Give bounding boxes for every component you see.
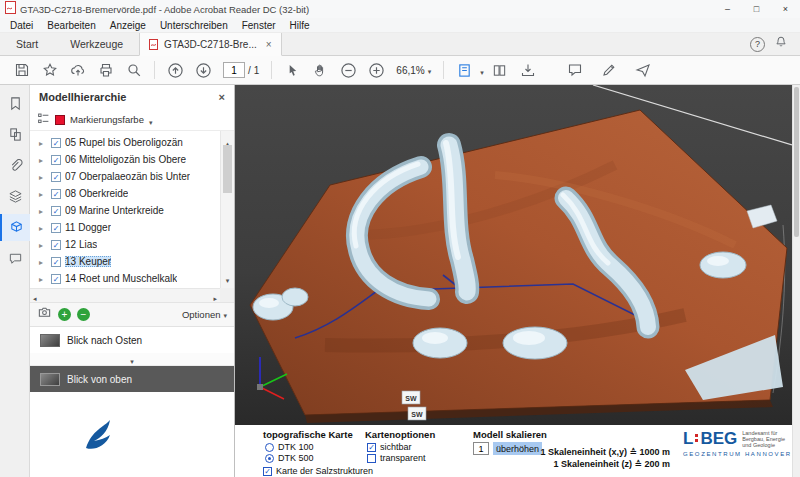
dtk500-radio[interactable] bbox=[265, 454, 274, 463]
toolbar-divider bbox=[271, 61, 272, 79]
close-button[interactable]: × bbox=[771, 0, 800, 18]
tree-row[interactable]: 08 Oberkreide bbox=[30, 185, 220, 202]
previous-page-icon[interactable] bbox=[163, 59, 187, 81]
expander-icon[interactable] bbox=[39, 171, 47, 182]
tree-row[interactable]: 14 Roet und Muschelkalk bbox=[30, 270, 220, 287]
expander-icon[interactable] bbox=[39, 256, 47, 267]
zoom-in-icon[interactable] bbox=[364, 59, 388, 81]
cloud-upload-icon[interactable] bbox=[66, 59, 90, 81]
layer-checkbox[interactable] bbox=[51, 240, 61, 250]
chevron-down-icon[interactable] bbox=[480, 61, 484, 79]
menu-hilfe[interactable]: Hilfe bbox=[283, 20, 317, 31]
notification-bell-icon[interactable] bbox=[774, 35, 788, 53]
menu-bearbeiten[interactable]: Bearbeiten bbox=[40, 20, 102, 31]
chevron-down-icon[interactable] bbox=[149, 111, 153, 129]
menu-datei[interactable]: Datei bbox=[3, 20, 40, 31]
tab-werkzeuge[interactable]: Werkzeuge bbox=[54, 33, 139, 55]
star-icon[interactable] bbox=[38, 59, 62, 81]
tree-vertical-scrollbar[interactable] bbox=[220, 131, 234, 288]
page-number-input[interactable] bbox=[223, 62, 245, 78]
tab-close-icon[interactable]: × bbox=[266, 39, 272, 50]
camera-icon[interactable] bbox=[37, 305, 52, 324]
tab-document[interactable]: GTA3D-C2718-Bre... × bbox=[139, 33, 281, 56]
help-icon[interactable]: ? bbox=[750, 37, 765, 52]
dtk100-radio-row[interactable]: DTK 100 bbox=[265, 442, 314, 452]
view-item-blick-von-oben[interactable]: Blick von oben bbox=[30, 366, 234, 392]
layer-checkbox[interactable] bbox=[51, 274, 61, 284]
layer-checkbox[interactable] bbox=[51, 155, 61, 165]
two-page-view-icon[interactable] bbox=[488, 59, 512, 81]
page-fit-icon[interactable] bbox=[452, 59, 476, 81]
salt-map-checkbox[interactable] bbox=[263, 467, 272, 476]
save-icon[interactable] bbox=[10, 59, 34, 81]
document-scrollbar[interactable] bbox=[792, 85, 800, 477]
expander-icon[interactable] bbox=[39, 239, 47, 250]
salt-map-checkbox-row[interactable]: Karte der Salzstrukturen bbox=[263, 466, 373, 476]
tab-start[interactable]: Start bbox=[0, 33, 54, 55]
options-menu[interactable]: Optionen bbox=[182, 309, 227, 320]
menu-fenster[interactable]: Fenster bbox=[235, 20, 283, 31]
scroll-down-icon[interactable] bbox=[221, 269, 234, 287]
dtk500-radio-row[interactable]: DTK 500 bbox=[265, 453, 314, 463]
3d-model-canvas[interactable]: SW SW bbox=[235, 85, 792, 425]
attachments-panel-icon[interactable] bbox=[0, 152, 30, 179]
tree-row[interactable]: 12 Lias bbox=[30, 236, 220, 253]
tree-row[interactable]: 06 Mitteloligozän bis Obere bbox=[30, 151, 220, 168]
share-send-icon[interactable] bbox=[631, 59, 655, 81]
expander-icon[interactable] bbox=[39, 273, 47, 284]
menu-anzeige[interactable]: Anzeige bbox=[103, 20, 153, 31]
tree-row[interactable]: 11 Dogger bbox=[30, 219, 220, 236]
print-icon[interactable] bbox=[94, 59, 118, 81]
hand-tool-icon[interactable] bbox=[308, 59, 332, 81]
comments-panel-icon[interactable] bbox=[0, 245, 30, 272]
layers-panel-icon[interactable] bbox=[0, 183, 30, 210]
tree-row[interactable]: 07 Oberpalaeozän bis Unter bbox=[30, 168, 220, 185]
add-view-icon[interactable] bbox=[58, 308, 71, 321]
download-tray-icon[interactable] bbox=[516, 59, 540, 81]
panel-close-icon[interactable]: × bbox=[219, 91, 225, 103]
expander-icon[interactable] bbox=[39, 205, 47, 216]
next-page-icon[interactable] bbox=[191, 59, 215, 81]
zoom-out-icon[interactable] bbox=[336, 59, 360, 81]
scroll-right-icon[interactable] bbox=[213, 287, 217, 305]
scrollbar-thumb[interactable] bbox=[794, 87, 799, 237]
marker-color-swatch[interactable] bbox=[55, 115, 65, 125]
tree-horizontal-scrollbar[interactable] bbox=[30, 288, 220, 302]
main-area: Modellhierarchie × Markierungsfarbe 05 R… bbox=[0, 85, 800, 477]
maximize-button[interactable]: □ bbox=[742, 0, 771, 18]
page-thumbnails-panel-icon[interactable] bbox=[0, 121, 30, 148]
dtk100-radio[interactable] bbox=[265, 443, 274, 452]
menu-unterschreiben[interactable]: Unterschreiben bbox=[153, 20, 235, 31]
layer-checkbox[interactable] bbox=[51, 257, 61, 267]
tree-row[interactable]: 05 Rupel bis Oberoligozän bbox=[30, 134, 220, 151]
comment-icon[interactable] bbox=[563, 59, 587, 81]
zoom-level-control[interactable]: 66,1% bbox=[396, 65, 431, 76]
transparent-checkbox-row[interactable]: transparent bbox=[367, 453, 426, 463]
layer-checkbox[interactable] bbox=[51, 223, 61, 233]
views-scroll-down[interactable] bbox=[30, 353, 234, 366]
minimize-button[interactable]: – bbox=[713, 0, 742, 18]
search-icon[interactable] bbox=[122, 59, 146, 81]
select-tool-icon[interactable] bbox=[280, 59, 304, 81]
layer-checkbox[interactable] bbox=[51, 138, 61, 148]
scrollbar-thumb[interactable] bbox=[223, 145, 232, 193]
layer-checkbox[interactable] bbox=[51, 172, 61, 182]
visible-checkbox-row[interactable]: sichtbar bbox=[367, 442, 412, 452]
expander-icon[interactable] bbox=[39, 188, 47, 199]
expander-icon[interactable] bbox=[39, 137, 47, 148]
remove-view-icon[interactable] bbox=[77, 308, 90, 321]
transparent-checkbox[interactable] bbox=[367, 454, 376, 463]
expander-icon[interactable] bbox=[39, 222, 47, 233]
scale-factor-input[interactable] bbox=[473, 442, 489, 455]
fill-sign-pencil-icon[interactable] bbox=[597, 59, 621, 81]
scroll-left-icon[interactable] bbox=[33, 287, 37, 305]
tree-view-icon[interactable] bbox=[37, 111, 50, 129]
model-tree-panel-icon[interactable] bbox=[0, 214, 30, 241]
expander-icon[interactable] bbox=[39, 154, 47, 165]
bookmarks-panel-icon[interactable] bbox=[0, 90, 30, 117]
tree-row-selected[interactable]: 13 Keuper bbox=[30, 253, 220, 270]
layer-checkbox[interactable] bbox=[51, 206, 61, 216]
visible-checkbox[interactable] bbox=[367, 443, 376, 452]
layer-checkbox[interactable] bbox=[51, 189, 61, 199]
tree-row[interactable]: 09 Marine Unterkreide bbox=[30, 202, 220, 219]
